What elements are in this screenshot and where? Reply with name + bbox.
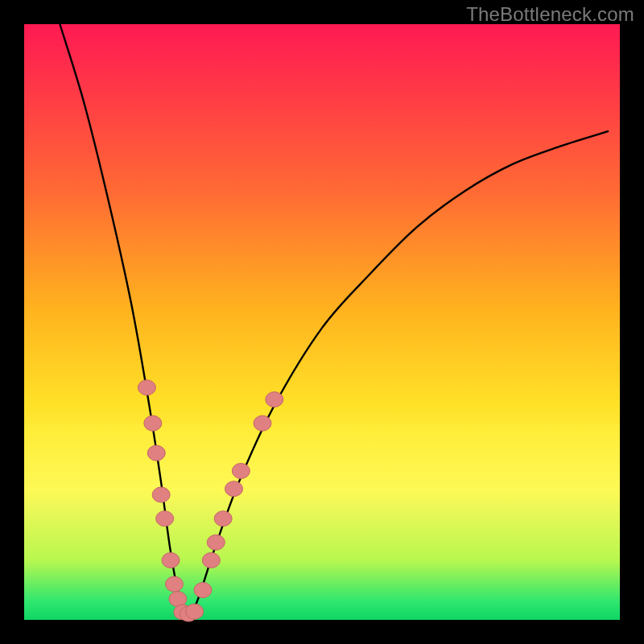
data-marker — [138, 380, 155, 395]
data-marker — [202, 553, 220, 568]
data-marker — [165, 576, 183, 592]
data-marker — [214, 511, 232, 526]
data-marker — [232, 464, 250, 479]
chart-frame: TheBottleneck.com — [0, 0, 644, 644]
plot-area — [24, 24, 620, 620]
data-marker — [266, 392, 283, 407]
data-marker — [144, 415, 162, 431]
data-marker — [186, 604, 204, 619]
data-marker — [156, 511, 174, 526]
data-markers — [138, 380, 283, 621]
data-marker — [225, 481, 242, 497]
data-marker — [194, 583, 212, 598]
data-marker — [254, 415, 271, 431]
data-marker — [162, 553, 180, 568]
data-marker — [207, 535, 225, 550]
bottleneck-curve — [60, 24, 608, 614]
data-marker — [147, 445, 165, 460]
data-marker — [152, 487, 170, 502]
watermark-text: TheBottleneck.com — [466, 3, 634, 26]
curve-svg — [24, 24, 620, 620]
